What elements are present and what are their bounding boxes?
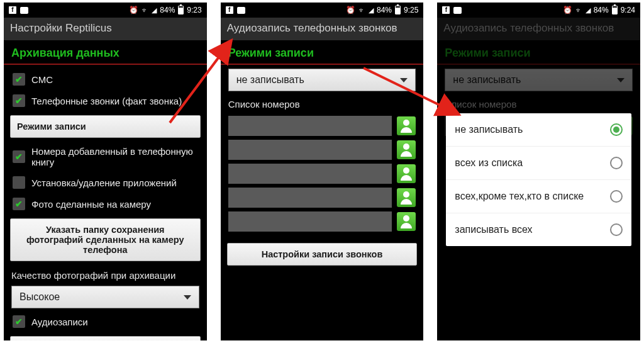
checkbox-row-sms[interactable]: СМС [4, 69, 207, 90]
checkbox-row-contacts[interactable]: Номера добавленный в телефонную книгу [4, 142, 207, 172]
checkbox-label: Телефонные звонки (факт звонка) [31, 96, 182, 106]
phone-screen-3: f ⏰ ᯤ ◢ 84% 9:24 Аудиозапись телефонных … [437, 3, 640, 340]
battery-pct: 84% [377, 6, 392, 14]
alarm-icon: ⏰ [129, 6, 138, 14]
battery-icon [178, 6, 184, 14]
status-time: 9:24 [621, 6, 635, 14]
checkbox-icon[interactable] [13, 315, 25, 328]
wifi-icon: ᯤ [142, 6, 148, 14]
checkbox-label: Номера добавленный в телефонную книгу [31, 146, 198, 167]
phone-screen-1: f ⏰ ᯤ ◢ 84% 9:23 Настройки Reptilicus Ар… [4, 3, 207, 340]
chevron-down-icon [400, 78, 408, 82]
signal-icon: ◢ [586, 6, 591, 14]
contact-icon[interactable] [397, 116, 416, 135]
phone-screen-2: f ⏰ ᯤ ◢ 84% 9:25 Аудиозапись телефонных … [221, 3, 424, 340]
comment-icon [453, 7, 462, 14]
checkbox-icon[interactable] [13, 176, 25, 189]
radio-icon[interactable] [610, 223, 623, 236]
checkbox-icon[interactable] [13, 150, 25, 163]
page-title: Аудиозапись телефонных звонков [221, 18, 424, 40]
status-time: 9:25 [404, 6, 418, 14]
call-settings-button[interactable]: Настройки записи звонков [227, 243, 418, 266]
number-input[interactable] [228, 211, 392, 232]
facebook-icon: f [9, 6, 16, 14]
radio-icon[interactable] [610, 123, 623, 136]
popup-option-except[interactable]: всех,кроме тех,кто в списке [446, 180, 631, 213]
status-time: 9:23 [187, 6, 201, 14]
option-label: записывать всех [455, 224, 532, 235]
status-bar: f ⏰ ᯤ ◢ 84% 9:23 [4, 3, 207, 18]
wifi-icon: ᯤ [358, 6, 365, 14]
checkbox-row-calls[interactable]: Телефонные звонки (факт звонка) [4, 90, 207, 111]
battery-pct: 84% [160, 6, 175, 14]
contact-icon[interactable] [397, 188, 416, 207]
checkbox-row-audio[interactable]: Аудиозаписи [4, 311, 207, 332]
battery-pct: 84% [594, 6, 609, 14]
option-label: всех из списка [455, 157, 523, 169]
signal-icon: ◢ [369, 6, 374, 14]
audio-folder-button[interactable]: Указать папку сохранения аудио [10, 336, 201, 340]
battery-icon [395, 6, 401, 14]
checkbox-icon[interactable] [13, 73, 25, 86]
section-header: Режими записи [221, 40, 424, 65]
option-label: всех,кроме тех,кто в списке [455, 191, 584, 202]
number-row [228, 164, 416, 184]
status-bar: f ⏰ ᯤ ◢ 84% 9:24 [437, 3, 640, 18]
numbers-label: Список номеров [221, 94, 424, 112]
popup-option-all[interactable]: записывать всех [446, 213, 631, 246]
comment-icon [20, 7, 28, 14]
mode-popup: не записывать всех из списка всех,кроме … [446, 113, 631, 246]
page-title: Настройки Reptilicus [4, 18, 207, 40]
number-input[interactable] [228, 140, 392, 160]
checkbox-icon[interactable] [13, 198, 25, 210]
mode-dropdown[interactable]: не записывать [228, 69, 416, 91]
radio-icon[interactable] [610, 190, 623, 203]
checkbox-label: Аудиозаписи [31, 317, 88, 327]
contact-icon[interactable] [397, 140, 416, 159]
status-bar: f ⏰ ᯤ ◢ 84% 9:25 [221, 3, 424, 18]
alarm-icon: ⏰ [563, 6, 572, 14]
wifi-icon: ᯤ [575, 6, 582, 14]
popup-option-no-record[interactable]: не записывать [446, 113, 631, 147]
number-input[interactable] [228, 116, 392, 136]
contact-icon[interactable] [397, 164, 416, 183]
option-label: не записывать [455, 124, 523, 135]
contact-icon[interactable] [397, 212, 416, 231]
photo-folder-button[interactable]: Указать папку сохранения фотографий сдел… [10, 218, 201, 261]
battery-icon [612, 6, 618, 14]
checkbox-row-apps[interactable]: Установка/удаление приложений [4, 172, 207, 193]
radio-icon[interactable] [610, 157, 623, 169]
dropdown-value: не записывать [236, 74, 304, 86]
checkbox-icon[interactable] [13, 94, 25, 107]
checkbox-label: СМС [31, 74, 53, 85]
facebook-icon: f [442, 6, 450, 14]
number-input[interactable] [228, 188, 392, 208]
section-header: Архивация данных [4, 40, 207, 65]
dropdown-value: Высокое [19, 291, 60, 303]
comment-icon [237, 7, 245, 14]
checkbox-label: Установка/удаление приложений [31, 177, 177, 188]
checkbox-row-photos[interactable]: Фото сделанные на камеру [4, 193, 207, 215]
chevron-down-icon [184, 295, 191, 300]
number-input[interactable] [228, 164, 392, 184]
checkbox-label: Фото сделанные на камеру [31, 199, 151, 210]
number-row [228, 188, 416, 208]
number-row [228, 211, 416, 232]
signal-icon: ◢ [152, 6, 157, 14]
quality-dropdown[interactable]: Высокое [11, 286, 199, 308]
number-row [228, 140, 416, 160]
popup-option-list[interactable]: всех из списка [446, 147, 631, 180]
recording-modes-button[interactable]: Режими записи [10, 115, 201, 138]
alarm-icon: ⏰ [346, 6, 355, 14]
number-row [228, 116, 416, 136]
facebook-icon: f [226, 6, 233, 14]
quality-label: Качество фотографий при архивации [4, 265, 207, 283]
